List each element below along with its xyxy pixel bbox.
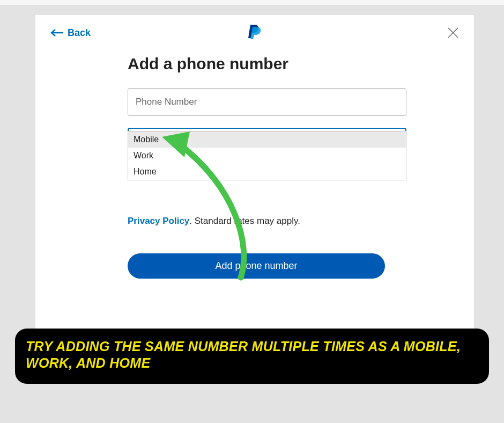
arrow-left-icon (50, 29, 64, 37)
form-content: Add a phone number Phone Number Category… (128, 55, 406, 279)
browser-bar (0, 0, 504, 5)
add-phone-button[interactable]: Add phone number (128, 253, 385, 279)
modal-panel: Back Add a phone number Phone Number Cat… (35, 15, 474, 348)
policy-text: Privacy Policy. Standard rates may apply… (128, 216, 406, 227)
dropdown-option-work[interactable]: Work (128, 148, 406, 164)
dropdown-option-home[interactable]: Home (128, 164, 406, 180)
policy-tail: . Standard rates may apply. (189, 216, 300, 226)
page-title: Add a phone number (128, 55, 406, 73)
modal-header: Back (50, 27, 459, 39)
phone-number-input[interactable]: Phone Number (128, 88, 406, 116)
close-icon (447, 27, 459, 39)
privacy-policy-link[interactable]: Privacy Policy (128, 216, 189, 226)
back-button[interactable]: Back (50, 27, 91, 39)
paypal-logo-icon (248, 24, 262, 42)
tip-callout: TRY ADDING THE SAME NUMBER MULTIPLE TIME… (15, 329, 489, 384)
close-button[interactable] (447, 27, 459, 39)
phone-placeholder: Phone Number (136, 97, 197, 107)
category-dropdown: Mobile Work Home (128, 131, 406, 180)
back-label: Back (68, 27, 91, 39)
dropdown-option-mobile[interactable]: Mobile (128, 132, 406, 148)
